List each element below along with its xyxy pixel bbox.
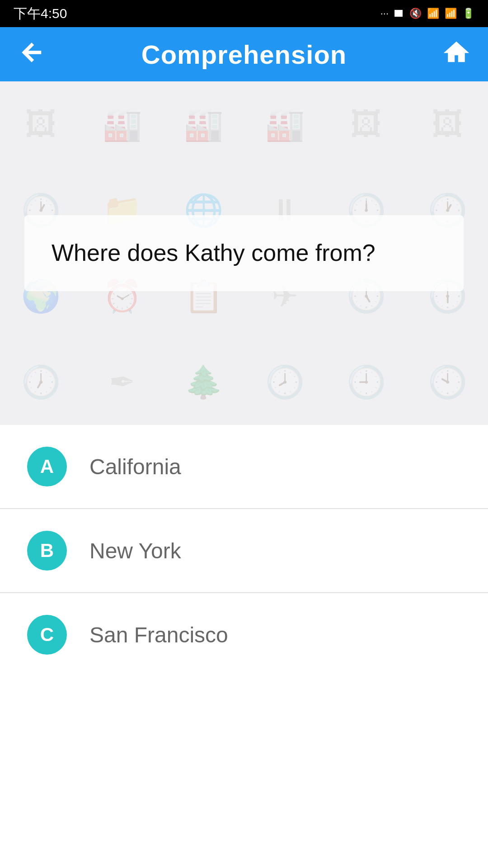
answer-label-a: California xyxy=(89,454,181,479)
status-bar: 下午4:50 ··· ⯀ 🔇 📶 📶 🔋 xyxy=(0,0,488,27)
answer-item-b[interactable]: B New York xyxy=(0,509,488,593)
bg-icon-23: 🕘 xyxy=(325,339,407,425)
signal-icon: 📶 xyxy=(445,8,457,19)
question-area: 🖼 🏭 🏭 🏭 🖼 🖼 🕐 📁 🌐 ⏸ 🕛 🕐 🌍 ⏰ 📋 ✈ 🕔 🕕 🕖 ✒ … xyxy=(0,81,488,425)
bg-icon-19: 🕖 xyxy=(0,339,81,425)
answer-badge-a: A xyxy=(27,447,67,486)
answer-label-b: New York xyxy=(89,538,181,563)
bg-icon-20: ✒ xyxy=(81,339,163,425)
bg-icon-1: 🖼 xyxy=(0,81,81,167)
question-box: Where does Kathy come from? xyxy=(24,215,464,291)
bluetooth-icon: ⯀ xyxy=(394,8,404,19)
status-time: 下午4:50 xyxy=(14,5,67,23)
bg-icon-24: 🕙 xyxy=(407,339,488,425)
bg-icon-6: 🖼 xyxy=(407,81,488,167)
bg-icon-2: 🏭 xyxy=(81,81,163,167)
answers-section: A California B New York C San Francisco xyxy=(0,425,488,676)
app-bar-title: Comprehension xyxy=(141,39,347,70)
home-icon xyxy=(443,39,470,66)
battery-icon: 🔋 xyxy=(462,8,474,19)
back-arrow-icon xyxy=(18,39,45,66)
question-text: Where does Kathy come from? xyxy=(52,238,436,269)
answer-badge-b: B xyxy=(27,531,67,571)
mute-icon: 🔇 xyxy=(409,8,422,19)
bg-icon-4: 🏭 xyxy=(244,81,325,167)
answer-badge-c: C xyxy=(27,615,67,655)
app-bar: Comprehension xyxy=(0,27,488,81)
answer-item-c[interactable]: C San Francisco xyxy=(0,593,488,676)
answer-item-a[interactable]: A California xyxy=(0,425,488,509)
bg-icon-22: 🕗 xyxy=(244,339,325,425)
dots-icon: ··· xyxy=(380,8,389,19)
bg-icon-5: 🖼 xyxy=(325,81,407,167)
back-button[interactable] xyxy=(18,39,45,70)
bg-icon-3: 🏭 xyxy=(163,81,244,167)
wifi-icon: 📶 xyxy=(427,8,439,19)
bg-icon-21: 🌲 xyxy=(163,339,244,425)
answer-label-c: San Francisco xyxy=(89,623,228,647)
home-button[interactable] xyxy=(443,39,470,70)
status-icons: ··· ⯀ 🔇 📶 📶 🔋 xyxy=(380,8,474,19)
